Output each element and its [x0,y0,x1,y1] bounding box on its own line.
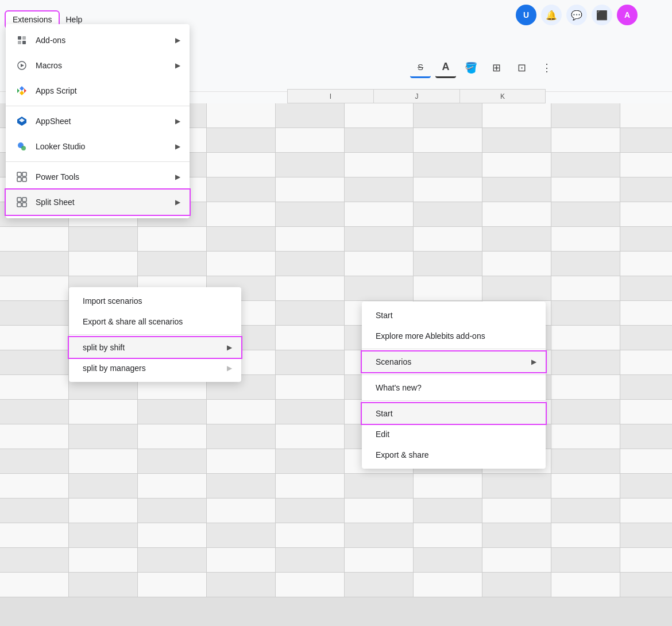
grid-cell [0,499,69,523]
grid-cell [345,177,414,202]
menu-item-start2[interactable]: Start [362,403,546,424]
looker-icon [15,140,29,153]
grid-cell [276,573,345,597]
grid-cell [620,177,672,202]
grid-cell [207,202,276,226]
menu-item-looker[interactable]: Looker Studio ▶ [6,134,190,159]
grid-cell [414,523,482,547]
grid-cell [0,548,69,572]
grid-cell [620,424,672,449]
menu-item-whatsnew[interactable]: What's new? [362,377,546,398]
svg-marker-5 [21,64,24,67]
grid-cell [207,177,276,202]
merge-button[interactable]: ⊡ [511,57,532,78]
grid-cell [620,326,672,350]
grid-cell [482,153,551,177]
menu-item-edit[interactable]: Edit [362,424,546,445]
top-right-icons: U 🔔 💬 ⬛ A [516,5,638,25]
grid-cell [620,548,672,572]
menu-item-exportshare[interactable]: Export & share [362,445,546,465]
svg-rect-15 [17,172,21,176]
grid-cell [138,449,207,473]
looker-arrow: ▶ [175,142,180,150]
text-color-button[interactable]: A [435,57,456,78]
grid-cell [207,103,276,127]
appsscript-label: Apps Script [36,86,180,95]
export-all-label: Export & share all scenarios [78,317,232,326]
menu-item-export-all[interactable]: Export & share all scenarios [69,311,241,332]
fill-color-button[interactable]: 🪣 [461,57,481,78]
splitsheet-icon [15,195,29,209]
menu-item-powertools[interactable]: Power Tools ▶ [6,164,190,190]
splitbyshift-label: split by shift [78,343,227,352]
strikethrough-button[interactable]: S [410,57,431,78]
notifications-icon[interactable]: 🔔 [541,5,562,25]
grid-cell [620,573,672,597]
borders-button[interactable]: ⊞ [486,57,507,78]
grid-cell [482,177,551,202]
menu-item-scenarios[interactable]: Scenarios ▶ [362,351,546,372]
scenarios-label: Scenarios [371,357,531,366]
grid-cell [482,573,551,597]
grid-cell [620,252,672,276]
menu-item-appsheet[interactable]: AppSheet ▶ [6,109,190,134]
grid-cell [276,202,345,226]
grid-cell [69,424,138,449]
grid-cell [620,474,672,498]
svg-point-14 [20,144,22,146]
menu-item-start[interactable]: Start [362,305,546,326]
grid-cell [551,276,620,300]
splitsheet-label: Split Sheet [36,198,175,207]
svg-rect-16 [22,172,26,176]
menu-item-explore[interactable]: Explore more Ablebits add-ons [362,326,546,346]
grid-cell [345,252,414,276]
grid-cell [551,128,620,152]
grid-row [0,400,672,424]
grid-row [0,573,672,597]
user-avatar[interactable]: U [516,5,536,25]
grid-cell [414,276,482,300]
menu-item-appsscript[interactable]: Apps Script [6,78,190,103]
grid-cell [551,573,620,597]
grid-cell [414,499,482,523]
grid-cell [207,548,276,572]
menu-item-splitsheet[interactable]: Split Sheet ▶ [6,190,190,215]
whatsnew-label: What's new? [371,383,536,392]
grid-cell [138,499,207,523]
menu-item-import[interactable]: Import scenarios [69,291,241,311]
grid-cell [138,252,207,276]
grid-cell [276,523,345,547]
grid-cell [620,400,672,424]
grid-cell [276,474,345,498]
chat-icon[interactable]: 💬 [566,5,587,25]
grid-cell [414,573,482,597]
grid-cell [0,326,69,350]
grid-cell [138,548,207,572]
grid-row [0,252,672,276]
grid-row [0,523,672,548]
more-button[interactable]: ⋮ [536,57,557,78]
grid-cell [69,227,138,251]
powertools-arrow: ▶ [175,173,180,181]
account-avatar[interactable]: A [617,5,638,25]
grid-cell [69,499,138,523]
menu-item-splitbyshift[interactable]: split by shift ▶ [69,337,241,358]
addons-icon [15,33,29,47]
start-label: Start [371,311,536,320]
present-icon[interactable]: ⬛ [592,5,612,25]
menu-item-macros[interactable]: Macros ▶ [6,53,190,78]
grid-cell [620,103,672,127]
grid-cell [0,276,69,300]
splitsheet-submenu: Import scenarios Export & share all scen… [69,287,241,382]
svg-point-13 [21,146,26,150]
menu-item-addons[interactable]: Add-ons ▶ [6,28,190,53]
grid-cell [138,227,207,251]
grid-cell [551,548,620,572]
column-headers: I J K [287,89,546,103]
divider-6 [362,400,546,401]
menu-item-splitbymanagers[interactable]: split by managers ▶ [69,358,241,378]
toolbar-icons: S A 🪣 ⊞ ⊡ ⋮ [410,57,557,78]
splitsheet-right-submenu: Start Explore more Ablebits add-ons Scen… [362,302,546,469]
grid-row [0,474,672,499]
grid-cell [551,103,620,127]
